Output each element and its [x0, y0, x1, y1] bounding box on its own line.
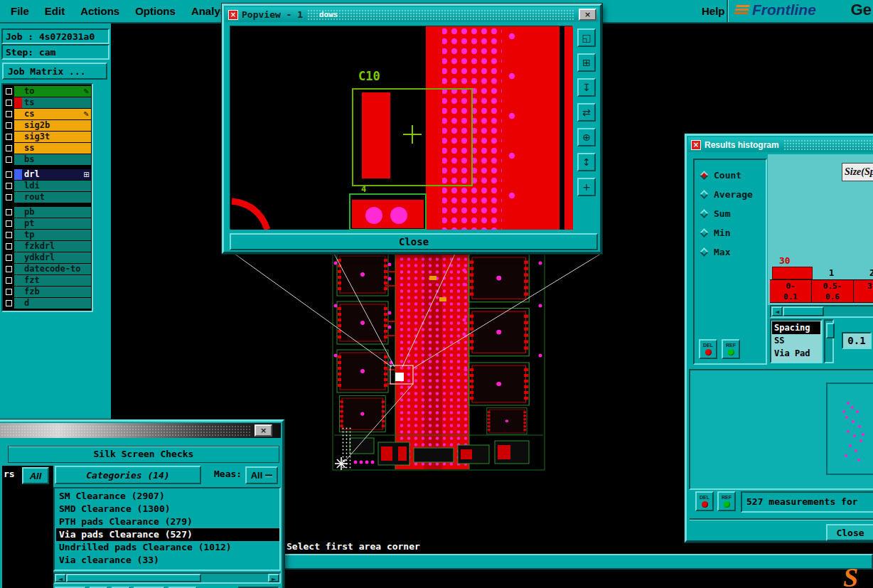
layer-visibility-checkbox[interactable] [4, 297, 14, 309]
results-plot-area[interactable] [689, 369, 873, 490]
popview-close-view-button[interactable]: Close [230, 233, 598, 250]
layer-row[interactable]: sig3t [4, 131, 91, 142]
layer-bar[interactable]: sig2b [14, 120, 91, 131]
layer-bar[interactable]: fzkdrl [14, 241, 91, 252]
layer-bar[interactable]: fzb [14, 287, 91, 297]
checks-hscrollbar[interactable]: ◄ ► [53, 572, 281, 584]
reference-button[interactable]: REF [722, 339, 740, 359]
layer-bar[interactable]: ss [14, 143, 91, 154]
layer-visibility-checkbox[interactable] [4, 180, 14, 191]
popview-tool-button[interactable]: + [577, 178, 596, 196]
menu-item[interactable]: File [3, 5, 37, 17]
popview-viewport[interactable]: C10 4 [230, 26, 572, 229]
layer-visibility-checkbox[interactable] [4, 252, 14, 263]
layers-filter-all-button[interactable]: All [22, 467, 49, 484]
layer-bar[interactable]: ldi [14, 181, 91, 191]
layer-bar[interactable]: ydkdrl [14, 252, 91, 263]
layer-row[interactable]: fzb [4, 286, 91, 297]
layer-bar[interactable]: sig3t [14, 132, 91, 142]
layer-row[interactable]: ydkdrl [4, 252, 91, 263]
layer-row[interactable]: bs [4, 154, 91, 165]
check-category-item[interactable]: Via pads Clearance (527) [56, 528, 279, 541]
menu-item[interactable]: Edit [37, 5, 73, 17]
layer-bar[interactable]: tp [14, 230, 91, 240]
statistic-option[interactable]: Min [695, 223, 766, 242]
layer-visibility-checkbox[interactable] [4, 97, 14, 108]
menu-item[interactable]: Actions [73, 5, 127, 17]
layer-row[interactable]: fzkdrl [4, 240, 91, 252]
param-item[interactable]: Spacing [772, 321, 820, 334]
popview-tool-button[interactable]: ◱ [577, 28, 596, 47]
layer-row[interactable]: cs ✎ [4, 108, 91, 119]
check-category-item[interactable]: Undrilled pads Clearance (1012) [56, 541, 279, 554]
histogram-titlebar[interactable]: × Results histogram [688, 137, 873, 152]
scroll-right-arrow[interactable]: ► [268, 574, 279, 582]
layer-visibility-checkbox[interactable] [4, 85, 14, 97]
layer-bar[interactable]: cs ✎ [14, 109, 91, 119]
layer-row[interactable]: drl ⊞ [4, 169, 91, 180]
statistic-option[interactable]: Count [695, 166, 766, 185]
param-item[interactable]: SS [772, 334, 820, 347]
layer-visibility-checkbox[interactable] [4, 263, 14, 274]
statistic-option[interactable]: Average [695, 185, 766, 204]
reference-button[interactable]: REF [717, 491, 736, 511]
layer-row[interactable]: tp [4, 229, 91, 240]
popview-close-button[interactable]: × [579, 9, 596, 21]
layer-row[interactable]: rout [4, 191, 91, 203]
layer-bar[interactable]: ts [14, 97, 91, 108]
categories-button[interactable]: Categories (14) [55, 466, 201, 484]
popview-titlebar[interactable]: × Popview - 1 dows × [225, 7, 599, 22]
param-item[interactable]: Via Pad [772, 347, 820, 360]
layer-visibility-checkbox[interactable] [4, 274, 14, 286]
layer-row[interactable]: to ✎ [4, 85, 91, 97]
popview-tool-button[interactable]: ⊕ [577, 128, 596, 146]
delete-button[interactable]: DEL [699, 339, 717, 359]
checks-titlebar[interactable]: × [0, 423, 281, 438]
layer-row[interactable]: ts [4, 97, 91, 108]
layer-row[interactable]: fzt [4, 274, 91, 286]
check-category-item[interactable]: Via clearance (33) [56, 554, 279, 567]
statistic-option[interactable]: Max [695, 242, 766, 262]
layer-row[interactable]: sig2b [4, 119, 91, 131]
popview-tool-button[interactable]: ↧ [577, 78, 596, 97]
layer-row[interactable]: ldi [4, 180, 91, 191]
histogram-hscrollbar[interactable]: ◄ ► [770, 305, 873, 318]
layer-visibility-checkbox[interactable] [4, 206, 14, 218]
layer-visibility-checkbox[interactable] [4, 191, 14, 203]
layer-visibility-checkbox[interactable] [4, 240, 14, 252]
layer-bar[interactable]: to ✎ [14, 86, 91, 97]
layer-visibility-checkbox[interactable] [4, 108, 14, 119]
layer-visibility-checkbox[interactable] [4, 218, 14, 229]
menu-item[interactable]: Options [127, 5, 183, 17]
statistic-option[interactable]: Sum [695, 204, 766, 223]
scroll-left-arrow[interactable]: ◄ [771, 306, 783, 316]
checks-close-button[interactable]: × [255, 424, 272, 437]
layer-bar[interactable]: pb [14, 207, 91, 218]
layer-row[interactable]: d [4, 297, 91, 309]
layer-visibility-checkbox[interactable] [4, 131, 14, 142]
check-category-item[interactable]: PTH pads Clearance (279) [56, 515, 279, 528]
layer-bar[interactable]: bs [14, 154, 91, 165]
layer-visibility-checkbox[interactable] [4, 229, 14, 240]
scroll-thumb[interactable] [783, 306, 824, 316]
histogram-close-button[interactable]: Close [826, 524, 873, 541]
layer-row[interactable]: pt [4, 218, 91, 229]
scroll-thumb[interactable] [66, 574, 201, 582]
meas-dropdown[interactable]: All [245, 466, 278, 484]
popview-tool-button[interactable]: ⊞ [577, 53, 596, 72]
layer-visibility-checkbox[interactable] [4, 119, 14, 131]
scroll-thumb[interactable] [826, 323, 835, 338]
delete-button[interactable]: DEL [695, 491, 714, 511]
layer-bar[interactable]: fzt [14, 275, 91, 286]
layer-bar[interactable]: rout [14, 192, 91, 203]
layer-visibility-checkbox[interactable] [4, 142, 14, 154]
layer-row[interactable]: ss [4, 142, 91, 154]
scroll-left-arrow[interactable]: ◄ [55, 574, 66, 582]
layer-visibility-checkbox[interactable] [4, 286, 14, 297]
popview-tool-button[interactable]: ↕ [577, 153, 596, 171]
popview-tool-button[interactable]: ⇄ [577, 103, 596, 122]
layer-row[interactable]: pb [4, 206, 91, 218]
check-category-item[interactable]: SMD Clearance (1300) [56, 503, 279, 515]
check-category-item[interactable]: SM Clearance (2907) [56, 490, 279, 503]
job-matrix-button[interactable]: Job Matrix ... [2, 63, 107, 80]
